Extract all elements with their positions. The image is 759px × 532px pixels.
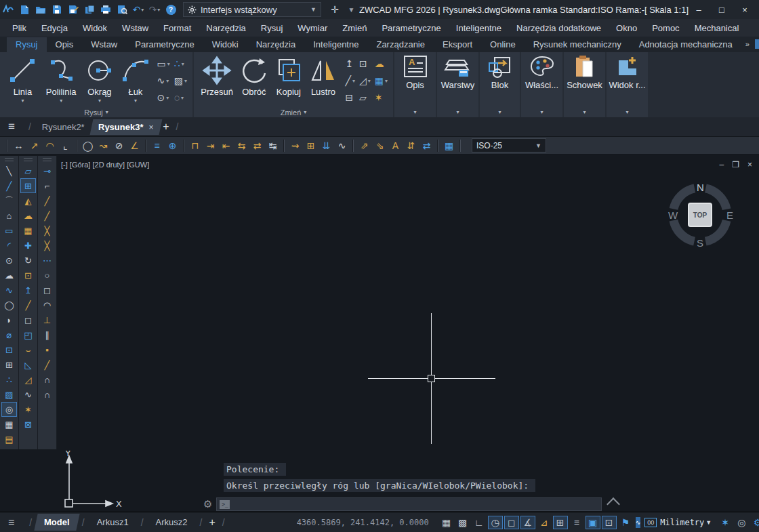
chevron-down-icon[interactable]: ▾ <box>182 61 184 67</box>
donut-icon[interactable]: ◎ <box>1 402 17 417</box>
viewport-minimize-button[interactable]: – <box>720 160 724 169</box>
ellipse-tool-icon[interactable]: ◯ <box>1 298 17 312</box>
ellipse-icon[interactable]: ⊙▾ <box>155 89 172 106</box>
toolbar-grip[interactable] <box>43 158 52 161</box>
erase-icon[interactable]: ▱▾ <box>357 89 373 106</box>
dimension-tool-icon[interactable] <box>7 140 8 152</box>
dimension-tool-icon[interactable] <box>283 140 285 152</box>
centerline-icon[interactable]: ≡ <box>149 138 165 153</box>
lengthen-icon[interactable]: ╱ <box>20 298 36 312</box>
ordinate-dimension-icon[interactable]: ⌞ <box>58 138 73 153</box>
chevron-down-icon[interactable]: ▼ <box>705 519 712 526</box>
trim-icon[interactable]: ╱▾ <box>343 73 356 89</box>
node-snap-icon[interactable]: ▪ <box>39 342 55 357</box>
annotation-monitor-icon[interactable]: ⚑ <box>618 516 633 529</box>
dynamic-ucs-toggle[interactable]: ⊿ <box>537 516 552 529</box>
chevron-down-icon[interactable]: ▾ <box>157 7 160 13</box>
chevron-down-icon[interactable]: ▾ <box>352 78 355 84</box>
compass-west[interactable]: W <box>668 209 678 221</box>
rotate-button[interactable]: Obróć <box>237 54 271 107</box>
menu-item[interactable]: Format <box>157 21 198 35</box>
menu-item[interactable]: Plik <box>5 21 33 35</box>
dimension-update-icon[interactable]: ⇄ <box>419 138 434 153</box>
image-icon[interactable]: ▤ <box>1 432 17 447</box>
arc-tool-icon[interactable]: ◜ <box>1 238 17 253</box>
ellipse-arc-icon[interactable]: ◗ <box>1 312 17 327</box>
menu-item[interactable]: Widok <box>76 21 114 35</box>
view-panel[interactable]: Widok r... ▾ <box>607 52 648 117</box>
model-tab[interactable]: Model <box>35 514 80 531</box>
ribbon-tab[interactable]: Narzędzia <box>247 37 305 52</box>
explode-icon[interactable]: ✶▾ <box>373 89 390 106</box>
minimize-button[interactable]: – <box>689 2 709 17</box>
ribbon-tab[interactable]: Inteligentne <box>304 37 367 52</box>
modify-panel-footer[interactable]: Zmień ▾ <box>194 107 393 117</box>
dimension-tool-icon[interactable] <box>352 140 354 152</box>
spline-edit-icon[interactable]: ∿ <box>20 387 36 402</box>
move-tool-icon[interactable]: ✚ <box>20 238 36 253</box>
center-mark-icon[interactable]: ⊕ <box>165 138 180 153</box>
chevron-down-icon[interactable]: ▾ <box>625 109 628 115</box>
ribbon-tab[interactable]: Widoki <box>203 37 247 52</box>
diameter-dimension-icon[interactable]: ⊘ <box>111 138 127 153</box>
linear-dimension-icon[interactable]: ↔ <box>11 138 26 153</box>
ortho-toggle[interactable]: ∟ <box>472 516 487 529</box>
chevron-down-icon[interactable]: ▾ <box>21 98 24 104</box>
object-snap-toggle[interactable]: ◻ <box>504 516 519 529</box>
point-icon[interactable]: ∴ <box>1 372 17 387</box>
status-menu-icon[interactable]: ≡ <box>8 516 14 529</box>
save-as-icon[interactable] <box>65 2 81 17</box>
snap-on-icon[interactable]: ∩ <box>39 372 55 387</box>
quick-properties-toggle[interactable]: ⊡ <box>602 516 617 529</box>
chevron-down-icon[interactable]: ▾ <box>456 109 459 115</box>
stagger-dimension-icon[interactable]: ⇄ <box>249 138 265 153</box>
chevron-down-icon[interactable]: ▾ <box>498 109 501 115</box>
jogged-dimension-icon[interactable]: ↝ <box>96 138 111 153</box>
undo-icon[interactable]: ↶▾ <box>130 2 146 17</box>
scale-icon[interactable]: ⊡▾ <box>357 56 373 73</box>
chamfer-icon[interactable]: ◺ <box>20 357 36 372</box>
join-icon[interactable]: ⌣ <box>20 342 36 357</box>
leader-icon[interactable]: ⇝ <box>287 138 303 153</box>
rectangle-icon[interactable]: ▭▾ <box>155 56 172 73</box>
compass-south[interactable]: S <box>697 237 703 249</box>
ribbon-tab[interactable]: Rysuj <box>7 37 47 52</box>
dimension-break-icon[interactable]: ↹ <box>265 138 281 153</box>
dimension-tool-icon[interactable] <box>145 140 146 152</box>
midpoint-snap-icon[interactable]: ╱ <box>39 208 55 223</box>
snap-from-icon[interactable]: ⌐ <box>39 178 55 193</box>
close-tab-icon[interactable]: × <box>148 122 153 131</box>
stretch-tool-icon[interactable]: ↥ <box>20 283 36 298</box>
hatch-tool-icon[interactable]: ▨ <box>1 387 17 402</box>
line-tool-icon[interactable]: ╲ <box>1 163 17 178</box>
menu-item[interactable]: Okno <box>609 21 644 35</box>
chevron-down-icon[interactable]: ▾ <box>368 78 371 84</box>
extension-snap-icon[interactable]: ⋯ <box>39 253 55 268</box>
quick-dimension-icon[interactable]: ⊓ <box>187 138 203 153</box>
new-file-icon[interactable] <box>16 2 33 17</box>
maximize-button[interactable]: □ <box>712 2 732 17</box>
toolbar-grip[interactable] <box>5 158 14 161</box>
nearest-snap-icon[interactable]: ╱ <box>39 357 55 372</box>
chevron-down-icon[interactable]: ▾ <box>166 95 169 101</box>
compass-top-cube[interactable]: TOP <box>688 203 712 227</box>
arc-length-dimension-icon[interactable]: ◠ <box>42 138 58 153</box>
pan-icon[interactable]: ✛ <box>327 2 343 17</box>
dimension-check-icon[interactable]: ⇊ <box>319 138 334 153</box>
chevron-down-icon[interactable]: ▾ <box>134 98 137 104</box>
trim-tool-icon[interactable]: ◻ <box>20 312 36 327</box>
lineweight-toggle[interactable]: ≡ <box>569 516 584 529</box>
chain-dimension-icon[interactable]: ⇆ <box>234 138 249 153</box>
insert-block-icon[interactable]: ⊡ <box>1 342 17 357</box>
workspace-switch-icon[interactable]: ✶ <box>718 516 733 529</box>
polyline-icon[interactable]: ⌒ <box>1 193 17 208</box>
endpoint-snap-icon[interactable]: ╱ <box>39 193 55 208</box>
dimension-style-selector[interactable]: ISO-25 ▼ <box>472 138 546 152</box>
viewport-restore-button[interactable]: ❐ <box>732 160 739 169</box>
print-preview-icon[interactable] <box>114 2 130 17</box>
rotate-tool-icon[interactable]: ↻ <box>20 253 36 268</box>
settings-gear-icon[interactable]: ⚙ <box>750 516 759 529</box>
menu-item[interactable]: Mechanical <box>688 21 746 35</box>
transparency-toggle[interactable]: ▣ <box>586 516 600 529</box>
copy-button[interactable]: Kopiuj <box>271 54 306 107</box>
